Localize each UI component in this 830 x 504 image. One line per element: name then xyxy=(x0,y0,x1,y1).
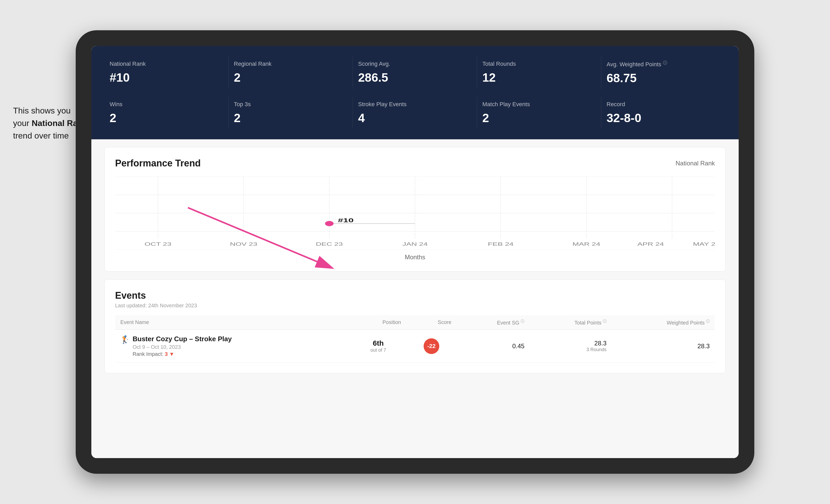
stat-scoring-avg: Scoring Avg. 286.5 xyxy=(353,56,477,89)
table-row: 🏌️ Buster Cozy Cup – Stroke Play Oct 9 –… xyxy=(115,330,715,363)
annotation-line3: trend over time xyxy=(13,131,69,140)
position-sub: out of 7 xyxy=(355,347,401,353)
events-title: Events xyxy=(115,290,715,301)
performance-header: Performance Trend National Rank xyxy=(115,158,715,169)
info-icon-weighted: ⓘ xyxy=(663,61,667,65)
stats-row-1: National Rank #10 Regional Rank 2 Scorin… xyxy=(91,46,739,97)
stat-stroke-play-events: Stroke Play Events 4 xyxy=(353,97,477,129)
info-icon-total-points: ⓘ xyxy=(603,319,607,323)
stat-national-rank: National Rank #10 xyxy=(104,56,229,89)
info-icon-weighted-points: ⓘ xyxy=(706,319,710,323)
col-event-sg: Event SG ⓘ xyxy=(456,315,530,330)
annotation-line2-prefix: your xyxy=(13,119,32,128)
stat-regional-rank-label: Regional Rank xyxy=(234,60,347,68)
stat-total-rounds: Total Rounds 12 xyxy=(477,56,601,89)
stat-match-play-value: 2 xyxy=(482,111,596,125)
chart-month-may24: MAY 24 xyxy=(693,241,715,246)
event-score-cell: -22 xyxy=(406,330,456,363)
tablet-screen: National Rank #10 Regional Rank 2 Scorin… xyxy=(91,46,739,458)
stat-record: Record 32-8-0 xyxy=(601,97,726,129)
chart-month-dec23: DEC 23 xyxy=(316,241,343,246)
page-wrapper: This shows you your National Rank trend … xyxy=(0,0,830,504)
chart-container: #10 OCT 23 NOV 23 DEC 23 JAN 24 FEB 24 M… xyxy=(115,177,715,250)
chart-month-apr24: APR 24 xyxy=(637,241,664,246)
col-total-points: Total Points ⓘ xyxy=(530,315,611,330)
stat-national-rank-value: #10 xyxy=(109,70,223,85)
weighted-points-value: 28.3 xyxy=(697,342,710,349)
score-badge: -22 xyxy=(424,338,439,354)
stat-record-value: 32-8-0 xyxy=(607,111,721,125)
performance-chart: #10 OCT 23 NOV 23 DEC 23 JAN 24 FEB 24 M… xyxy=(115,177,715,250)
total-points-sub: 3 Rounds xyxy=(535,347,606,352)
performance-section: Performance Trend National Rank xyxy=(104,147,726,272)
chart-month-oct23: OCT 23 xyxy=(145,241,171,246)
events-table: Event Name Position Score Event SG ⓘ Tot… xyxy=(115,315,715,363)
chart-month-feb24: FEB 24 xyxy=(488,241,514,246)
event-type-icon: 🏌️ xyxy=(120,335,130,344)
stat-scoring-avg-label: Scoring Avg. xyxy=(358,60,472,68)
event-rank-impact: Rank Impact: 3 ▼ xyxy=(133,351,232,357)
stat-avg-weighted-value: 68.75 xyxy=(607,71,721,85)
stat-record-label: Record xyxy=(607,101,721,108)
event-name: Buster Cozy Cup – Stroke Play xyxy=(133,335,232,343)
stat-avg-weighted-label: Avg. Weighted Points ⓘ xyxy=(607,60,721,68)
chart-data-point xyxy=(325,221,333,226)
performance-label: National Rank xyxy=(675,160,715,167)
stat-wins-label: Wins xyxy=(109,101,223,108)
stat-total-rounds-value: 12 xyxy=(482,70,596,85)
col-position: Position xyxy=(350,315,406,330)
total-points-cell: 28.3 3 Rounds xyxy=(530,330,611,363)
event-date: Oct 9 – Oct 10, 2023 xyxy=(133,344,232,350)
event-position-cell: 6th out of 7 xyxy=(350,330,406,363)
stat-top3s-label: Top 3s xyxy=(234,101,347,108)
table-header-row: Event Name Position Score Event SG ⓘ Tot… xyxy=(115,315,715,330)
stat-match-play-events: Match Play Events 2 xyxy=(477,97,601,129)
stat-top3s-value: 2 xyxy=(234,111,347,125)
stat-match-play-label: Match Play Events xyxy=(482,101,596,108)
event-name-cell: 🏌️ Buster Cozy Cup – Stroke Play Oct 9 –… xyxy=(115,330,350,363)
events-section: Events Last updated: 24th November 2023 … xyxy=(104,279,726,374)
chart-rank-label: #10 xyxy=(338,217,354,223)
annotation-line1: This shows you xyxy=(13,106,71,115)
stat-regional-rank: Regional Rank 2 xyxy=(229,56,353,89)
total-points-value: 28.3 xyxy=(535,340,606,347)
chart-x-axis-label: Months xyxy=(115,254,715,261)
chart-month-mar24: MAR 24 xyxy=(572,241,600,246)
stats-row-2: Wins 2 Top 3s 2 Stroke Play Events 4 Mat… xyxy=(91,97,739,139)
stat-stroke-play-value: 4 xyxy=(358,111,472,125)
performance-title: Performance Trend xyxy=(115,158,201,169)
events-last-updated: Last updated: 24th November 2023 xyxy=(115,303,715,309)
info-icon-event-sg: ⓘ xyxy=(521,319,524,323)
score-value: -22 xyxy=(427,343,436,349)
rank-impact-value: 3 ▼ xyxy=(165,351,174,357)
position-main: 6th xyxy=(355,339,401,347)
stat-wins: Wins 2 xyxy=(104,97,229,129)
stat-top3s: Top 3s 2 xyxy=(229,97,353,129)
tablet-bezel: National Rank #10 Regional Rank 2 Scorin… xyxy=(76,30,754,474)
stat-avg-weighted-points: Avg. Weighted Points ⓘ 68.75 xyxy=(601,56,726,89)
event-sg-value: 0.45 xyxy=(512,342,524,349)
event-sg-cell: 0.45 xyxy=(456,330,530,363)
col-event-name: Event Name xyxy=(115,315,350,330)
col-score: Score xyxy=(406,315,456,330)
col-weighted-points: Weighted Points ⓘ xyxy=(612,315,715,330)
event-position: 6th out of 7 xyxy=(355,339,401,353)
stat-scoring-avg-value: 286.5 xyxy=(358,70,472,85)
stat-regional-rank-value: 2 xyxy=(234,70,347,85)
stat-total-rounds-label: Total Rounds xyxy=(482,60,596,68)
weighted-points-cell: 28.3 xyxy=(612,330,715,363)
content-area: National Rank #10 Regional Rank 2 Scorin… xyxy=(91,46,739,458)
stat-national-rank-label: National Rank xyxy=(109,60,223,68)
chart-month-nov23: NOV 23 xyxy=(230,241,257,246)
stat-wins-value: 2 xyxy=(109,111,223,125)
stat-stroke-play-label: Stroke Play Events xyxy=(358,101,472,108)
chart-month-jan24: JAN 24 xyxy=(403,241,428,246)
